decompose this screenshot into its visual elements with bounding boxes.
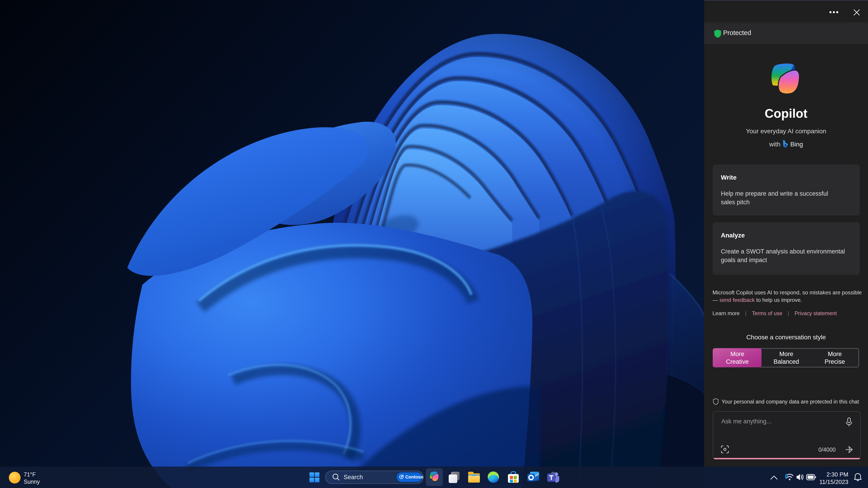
svg-text:Contoso: Contoso [405, 475, 423, 480]
svg-text:Search: Search [344, 474, 363, 481]
